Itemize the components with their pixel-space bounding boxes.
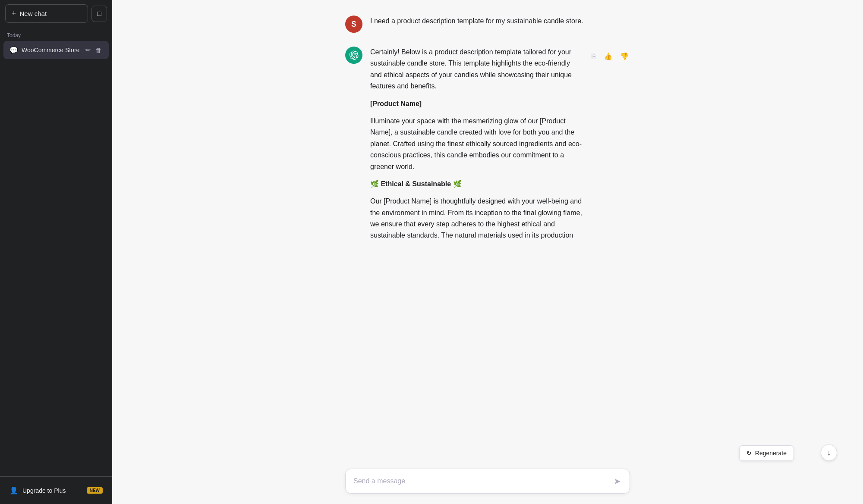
send-icon: ➤ [614, 476, 621, 486]
assistant-para-0: Certainly! Below is a product descriptio… [370, 47, 583, 92]
copy-icon: ⎘ [592, 53, 596, 60]
assistant-message-content: Certainly! Below is a product descriptio… [370, 47, 583, 241]
thumbs-up-icon: 👍 [604, 53, 612, 60]
delete-chat-button[interactable]: 🗑 [94, 45, 103, 55]
assistant-para-2: Illuminate your space with the mesmerizi… [370, 116, 583, 172]
chat-item-woocommerce[interactable]: 💬 WooCommerce Store ✏ 🗑 [3, 41, 109, 59]
new-chat-label: New chat [20, 10, 47, 17]
thumbs-down-button[interactable]: 👎 [619, 51, 630, 62]
new-chat-button[interactable]: + New chat [5, 4, 88, 23]
gpt-logo-icon [349, 50, 359, 60]
upgrade-label: Upgrade to Plus [22, 487, 66, 494]
thumbs-up-button[interactable]: 👍 [602, 51, 614, 62]
layout-icon: □ [97, 10, 101, 17]
sidebar-header: + New chat □ [0, 0, 112, 27]
user-message-content: I need a product description template fo… [370, 16, 630, 27]
user-message-text: I need a product description template fo… [370, 16, 630, 27]
sidebar-layout-button[interactable]: □ [91, 6, 107, 22]
assistant-message-row: Certainly! Below is a product descriptio… [293, 40, 682, 248]
assistant-para-3: 🌿 Ethical & Sustainable 🌿 [370, 178, 583, 190]
scroll-down-icon: ↓ [827, 448, 831, 457]
send-button[interactable]: ➤ [613, 475, 622, 487]
user-message-row: S I need a product description template … [293, 9, 682, 40]
main-chat-area: S I need a product description template … [112, 0, 863, 504]
message-input[interactable] [353, 477, 608, 485]
regenerate-icon: ↻ [746, 450, 752, 457]
assistant-message-actions: ⎘ 👍 👎 [590, 49, 630, 62]
chat-item-actions: ✏ 🗑 [85, 45, 103, 55]
chat-item-label: WooCommerce Store [22, 47, 81, 53]
new-badge: NEW [87, 487, 103, 494]
regenerate-button[interactable]: ↻ Regenerate [739, 445, 794, 461]
copy-message-button[interactable]: ⎘ [590, 51, 597, 62]
sidebar: + New chat □ Today 💬 WooCommerce Store ✏… [0, 0, 112, 504]
thumbs-down-icon: 👎 [620, 53, 629, 60]
section-today-label: Today [0, 27, 112, 40]
scroll-bottom-button[interactable]: ↓ [821, 445, 837, 461]
user-avatar-letter: S [351, 20, 356, 29]
user-icon: 👤 [9, 486, 18, 495]
regenerate-label: Regenerate [755, 450, 787, 457]
user-avatar: S [345, 16, 362, 33]
input-area: ➤ [293, 462, 682, 504]
edit-chat-button[interactable]: ✏ [85, 45, 92, 55]
chat-messages: S I need a product description template … [112, 0, 863, 462]
sidebar-footer: 👤 Upgrade to Plus NEW [0, 476, 112, 504]
input-container: ➤ [345, 469, 630, 494]
chat-item-icon: 💬 [9, 46, 18, 54]
upgrade-to-plus-button[interactable]: 👤 Upgrade to Plus NEW [3, 482, 109, 499]
assistant-avatar [345, 47, 362, 64]
assistant-para-4: Our [Product Name] is thoughtfully desig… [370, 196, 583, 241]
plus-icon: + [12, 9, 16, 18]
assistant-para-1: [Product Name] [370, 98, 583, 110]
